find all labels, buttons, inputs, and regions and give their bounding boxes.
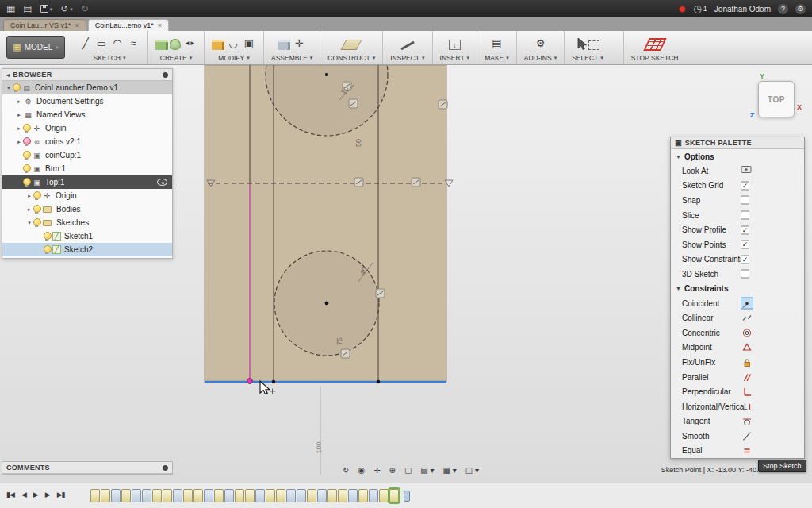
timeline-feature-icon-sketch[interactable] — [245, 489, 255, 502]
palette-option-3d-sketch[interactable]: 3D Sketch — [671, 267, 804, 282]
midpoint-icon[interactable] — [741, 341, 753, 353]
smooth-icon[interactable] — [741, 430, 753, 442]
sketch-palette-header[interactable]: ▣ SKETCH PALETTE — [671, 137, 804, 149]
constraint-perpendicular[interactable]: Perpendicular — [671, 384, 804, 399]
close-tab-icon[interactable]: × — [75, 21, 79, 29]
3d-print-icon[interactable]: ▤ — [489, 34, 504, 52]
browser-item-sketch2[interactable]: ╱Sketch2 — [2, 243, 172, 256]
expand-arrow-icon[interactable]: ▸ — [25, 206, 33, 213]
slice-checkbox[interactable] — [741, 211, 749, 220]
sketch-line-icon[interactable]: ╱ — [79, 34, 93, 52]
circle-center-point-top[interactable] — [325, 73, 328, 76]
workspace-switcher-model[interactable]: ▦ MODEL ▾ — [6, 36, 65, 59]
apps-grid-icon[interactable]: ▦ — [6, 4, 15, 13]
create-box-icon[interactable] — [155, 40, 168, 50]
timeline-feature-icon-sketch[interactable] — [101, 489, 110, 502]
press-pull-icon[interactable] — [212, 40, 224, 50]
3d-sketch-checkbox[interactable] — [741, 270, 749, 279]
timeline-feature-icon-sketch[interactable] — [121, 489, 131, 502]
browser-item-coinlauncher-demo-v1[interactable]: ▾▤CoinLauncher Demo v1 — [2, 81, 172, 94]
sketch-rectangle-icon[interactable]: ▭ — [94, 34, 109, 52]
comments-header[interactable]: COMMENTS — [2, 462, 172, 474]
panel-grip-icon[interactable] — [163, 72, 168, 78]
visibility-bulb-icon[interactable] — [23, 137, 29, 146]
display-settings-icon[interactable]: ▤ ▾ — [417, 465, 437, 475]
timeline-feature-icon-sketch[interactable] — [379, 489, 389, 502]
timeline-feature-icon-extrude[interactable] — [142, 489, 151, 502]
options-section-header[interactable]: ▼ Options — [671, 149, 804, 164]
construction-plane-icon[interactable] — [341, 40, 362, 50]
constraint-coincident[interactable]: Coincident — [671, 296, 804, 311]
timeline-feature-icon-extrude[interactable] — [317, 489, 327, 502]
window-select-icon[interactable] — [588, 40, 599, 50]
perpendicular-icon[interactable] — [741, 386, 753, 398]
equal-icon[interactable] — [741, 444, 753, 456]
visibility-bulb-icon[interactable] — [13, 83, 19, 92]
browser-item-btm-1[interactable]: ▣Btm:1 — [2, 162, 172, 175]
step-forward-button[interactable]: ▶ — [44, 490, 52, 499]
toolbar-group-inspect[interactable]: INSPECT▾ — [382, 31, 431, 64]
view-cube[interactable]: TOP Y X Z — [752, 75, 804, 124]
palette-option-look-at[interactable]: Look At — [671, 164, 804, 179]
toolbar-group-select[interactable]: SELECT▾ — [564, 31, 611, 64]
tangent-icon[interactable] — [741, 415, 753, 427]
toolbar-group-make[interactable]: ▤ MAKE▾ — [477, 31, 516, 64]
browser-item-sketches[interactable]: ▾Sketches — [2, 216, 172, 229]
parallel-icon[interactable] — [741, 371, 753, 383]
constraint-fix-unfix[interactable]: Fix/UnFix — [671, 355, 804, 370]
timeline-feature-icon-sketch[interactable] — [90, 489, 100, 502]
grid-and-snaps-icon[interactable]: ▦ ▾ — [440, 465, 460, 475]
timeline-feature-icon-sketch[interactable] — [235, 489, 244, 502]
stop-sketch-button[interactable]: STOP SKETCH — [623, 31, 686, 64]
expand-arrow-icon[interactable]: ▸ — [15, 98, 23, 105]
new-component-icon[interactable] — [278, 40, 290, 50]
timeline-feature-icon-sketch[interactable] — [276, 489, 285, 502]
visibility-bulb-icon[interactable] — [33, 191, 40, 200]
timeline-feature-icon-sketch[interactable] — [327, 489, 337, 502]
palette-option-show-points[interactable]: Show Points — [671, 237, 804, 252]
dimension-label[interactable]: 75 — [335, 337, 343, 345]
visibility-bulb-icon[interactable] — [23, 124, 29, 133]
browser-item-origin[interactable]: ▸✛Origin — [2, 121, 172, 135]
circle-center-point-bottom[interactable] — [325, 302, 329, 306]
play-button[interactable]: ▶ — [32, 490, 40, 499]
save-icon[interactable]: ▾ — [40, 5, 53, 13]
lock-icon[interactable] — [741, 356, 753, 368]
timeline-position-marker[interactable] — [404, 491, 410, 502]
browser-item-top-1[interactable]: ▾▣Top:1 — [2, 175, 172, 189]
timeline-feature-icon-sketch[interactable] — [193, 489, 203, 502]
timeline-feature-icon-extrude[interactable] — [255, 489, 265, 502]
fit-icon[interactable]: ▢ — [401, 465, 415, 475]
settings-gear-icon[interactable]: ⚙ — [795, 4, 806, 14]
expand-arrow-icon[interactable]: ▸ — [15, 112, 23, 118]
endpoint-right[interactable] — [377, 380, 381, 384]
browser-item-named-views[interactable]: ▸▦Named Views — [2, 108, 172, 121]
timeline-feature-icon-extrude[interactable] — [348, 489, 358, 502]
go-to-end-button[interactable]: ▶▮ — [56, 490, 67, 499]
look-at-icon[interactable]: ◉ — [354, 465, 368, 475]
collinear-icon[interactable] — [741, 312, 753, 324]
visibility-bulb-icon[interactable] — [33, 205, 40, 214]
concentric-icon[interactable] — [741, 327, 753, 339]
constraint-smooth[interactable]: Smooth — [671, 429, 804, 444]
toolbar-group-insert[interactable]: ↓ INSERT▾ — [432, 31, 477, 64]
look-at-icon[interactable] — [741, 166, 752, 176]
measure-icon[interactable] — [400, 39, 416, 52]
browser-header[interactable]: ◂ BROWSER — [2, 69, 172, 81]
toolbar-group-construct[interactable]: CONSTRUCT▾ — [320, 31, 382, 64]
zoom-icon[interactable]: ⊕ — [386, 465, 399, 475]
browser-item-origin[interactable]: ▸✛Origin — [2, 189, 172, 202]
collapse-arrow-icon[interactable]: ▼ — [676, 286, 681, 291]
show-profile-checkbox[interactable] — [741, 225, 749, 234]
orbit-icon[interactable]: ↻ — [339, 465, 352, 475]
visibility-bulb-icon[interactable] — [44, 245, 50, 254]
selected-sketch-point[interactable] — [247, 379, 253, 384]
timeline-feature-icon-sketch[interactable] — [266, 489, 275, 502]
timeline-feature-icon-sketch[interactable] — [183, 489, 193, 502]
constraint-equal[interactable]: Equal — [671, 444, 804, 459]
browser-item-coins-v2-1[interactable]: ▸∞coins v2:1 — [2, 135, 172, 148]
browser-item-bodies[interactable]: ▸Bodies — [2, 202, 172, 216]
visibility-bulb-icon[interactable] — [23, 164, 29, 173]
dimension-label[interactable]: 50 — [354, 139, 362, 147]
select-cursor-icon[interactable] — [576, 37, 587, 52]
